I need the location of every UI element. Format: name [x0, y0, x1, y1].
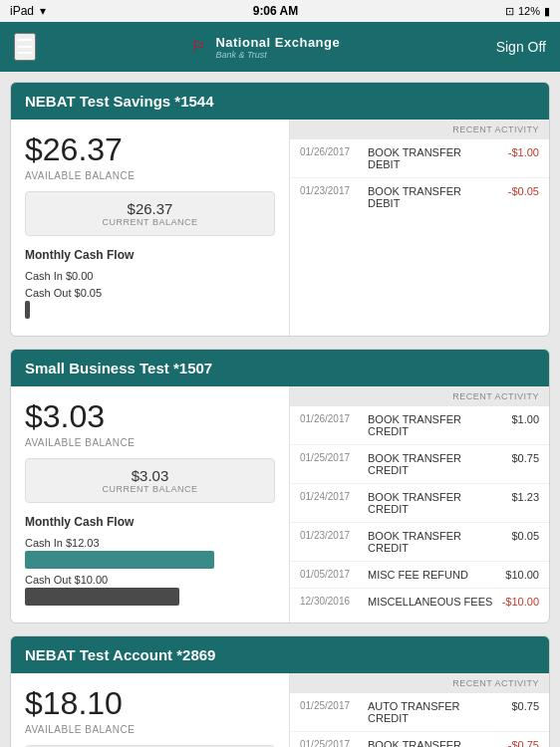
table-row[interactable]: 01/26/2017BOOK TRANSFER CREDIT$1.00 — [290, 406, 549, 445]
status-left: iPad ▾ — [10, 4, 46, 18]
menu-button[interactable]: ☰ — [14, 33, 36, 61]
recent-activity-header: RECENT ACTIVITY — [290, 386, 549, 406]
recent-activity-header: RECENT ACTIVITY — [290, 673, 549, 693]
activity-description: MISCELLANEOUS FEES — [368, 596, 493, 608]
activity-description: BOOK TRANSFER CREDIT — [368, 530, 493, 554]
device-label: iPad — [10, 4, 34, 18]
activity-description: BOOK TRANSFER DEBIT — [368, 739, 493, 747]
table-row[interactable]: 01/23/2017BOOK TRANSFER CREDIT$0.05 — [290, 523, 549, 562]
available-balance-label: AVAILABLE BALANCE — [25, 170, 275, 181]
available-balance-label: AVAILABLE BALANCE — [25, 437, 275, 448]
cash-out-label: Cash Out $0.05 — [25, 287, 275, 299]
activity-amount: -$0.75 — [499, 739, 539, 747]
activity-description: BOOK TRANSFER DEBIT — [368, 185, 493, 209]
flag-icon: 🏳 — [191, 38, 207, 56]
activity-amount: -$0.05 — [499, 185, 539, 197]
account-card-1: NEBAT Test Savings *1544$26.37AVAILABLE … — [10, 82, 550, 337]
recent-activity-header: RECENT ACTIVITY — [290, 120, 549, 139]
current-balance-box: $26.37 CURRENT BALANCE — [25, 191, 275, 236]
activity-date: 01/25/2017 — [300, 739, 362, 747]
battery-icon: ▮ — [544, 5, 550, 18]
activity-amount: $0.05 — [499, 530, 539, 542]
status-bar: iPad ▾ 9:06 AM ⊡ 12% ▮ — [0, 0, 560, 22]
cash-in-label: Cash In $12.03 — [25, 537, 275, 549]
activity-date: 01/05/2017 — [300, 569, 362, 580]
airplay-icon: ⊡ — [505, 5, 514, 18]
activity-description: BOOK TRANSFER CREDIT — [368, 491, 493, 515]
activity-description: BOOK TRANSFER DEBIT — [368, 146, 493, 170]
available-balance-amount: $3.03 — [25, 398, 275, 435]
table-row[interactable]: 12/30/2016MISCELLANEOUS FEES-$10.00 — [290, 589, 549, 615]
available-balance-label: AVAILABLE BALANCE — [25, 724, 275, 735]
account-title: NEBAT Test Savings *1544 — [11, 83, 549, 120]
cash-out-bar — [25, 301, 30, 319]
account-card-2: Small Business Test *1507$3.03AVAILABLE … — [10, 349, 550, 623]
cash-in-group: Cash In $12.03 — [25, 537, 275, 569]
current-balance-label: CURRENT BALANCE — [36, 217, 264, 227]
activity-description: AUTO TRANSFER CREDIT — [368, 700, 493, 724]
sign-on-button[interactable]: Sign Off — [496, 39, 546, 55]
logo-text: National Exchange Bank & Trust — [215, 35, 340, 60]
cash-in-group: Cash In $0.00 — [25, 270, 275, 282]
activity-amount: -$10.00 — [499, 596, 539, 608]
app-header: ☰ 🏳 National Exchange Bank & Trust Sign … — [0, 22, 560, 72]
activity-description: BOOK TRANSFER CREDIT — [368, 452, 493, 476]
status-right: ⊡ 12% ▮ — [505, 5, 550, 18]
account-card-3: NEBAT Test Account *2869$18.10AVAILABLE … — [10, 635, 550, 747]
table-row[interactable]: 01/26/2017BOOK TRANSFER DEBIT-$1.00 — [290, 139, 549, 178]
activity-description: MISC FEE REFUND — [368, 569, 493, 581]
activity-amount: $10.00 — [499, 569, 539, 581]
activity-amount: $1.00 — [499, 413, 539, 425]
cash-in-bar — [25, 551, 214, 569]
activity-date: 01/25/2017 — [300, 700, 362, 711]
table-row[interactable]: 01/05/2017MISC FEE REFUND$10.00 — [290, 562, 549, 589]
activity-amount: $1.23 — [499, 491, 539, 503]
activity-date: 01/23/2017 — [300, 530, 362, 541]
activity-date: 01/26/2017 — [300, 413, 362, 424]
cash-out-bar — [25, 588, 179, 606]
table-row[interactable]: 01/25/2017AUTO TRANSFER CREDIT$0.75 — [290, 693, 549, 732]
cash-out-group: Cash Out $10.00 — [25, 574, 275, 606]
account-title: Small Business Test *1507 — [11, 350, 549, 386]
current-balance-label: CURRENT BALANCE — [36, 484, 264, 494]
available-balance-amount: $18.10 — [25, 685, 275, 722]
cash-out-group: Cash Out $0.05 — [25, 287, 275, 319]
activity-date: 12/30/2016 — [300, 596, 362, 607]
table-row[interactable]: 01/23/2017BOOK TRANSFER DEBIT-$0.05 — [290, 178, 549, 216]
header-logo: 🏳 National Exchange Bank & Trust — [191, 35, 340, 60]
activity-date: 01/26/2017 — [300, 146, 362, 157]
main-scroll-area: NEBAT Test Savings *1544$26.37AVAILABLE … — [0, 72, 560, 747]
account-title: NEBAT Test Account *2869 — [11, 636, 549, 673]
monthly-cashflow-title: Monthly Cash Flow — [25, 248, 275, 262]
table-row[interactable]: 01/24/2017BOOK TRANSFER CREDIT$1.23 — [290, 484, 549, 523]
cash-in-label: Cash In $0.00 — [25, 270, 275, 282]
battery-percent: 12% — [518, 5, 540, 17]
available-balance-amount: $26.37 — [25, 131, 275, 168]
activity-amount: -$1.00 — [499, 146, 539, 158]
monthly-cashflow-title: Monthly Cash Flow — [25, 515, 275, 529]
current-balance-amount: $3.03 — [36, 467, 264, 484]
bank-name: National Exchange — [215, 35, 340, 50]
current-balance-box: $3.03 CURRENT BALANCE — [25, 458, 275, 503]
activity-date: 01/23/2017 — [300, 185, 362, 196]
activity-date: 01/24/2017 — [300, 491, 362, 502]
bank-sub: Bank & Trust — [215, 50, 266, 60]
activity-description: BOOK TRANSFER CREDIT — [368, 413, 493, 437]
activity-amount: $0.75 — [499, 700, 539, 712]
table-row[interactable]: 01/25/2017BOOK TRANSFER CREDIT$0.75 — [290, 445, 549, 484]
status-time: 9:06 AM — [253, 4, 299, 18]
cash-out-label: Cash Out $10.00 — [25, 574, 275, 586]
table-row[interactable]: 01/25/2017BOOK TRANSFER DEBIT-$0.75 — [290, 732, 549, 747]
activity-date: 01/25/2017 — [300, 452, 362, 463]
activity-amount: $0.75 — [499, 452, 539, 464]
current-balance-amount: $26.37 — [36, 200, 264, 217]
